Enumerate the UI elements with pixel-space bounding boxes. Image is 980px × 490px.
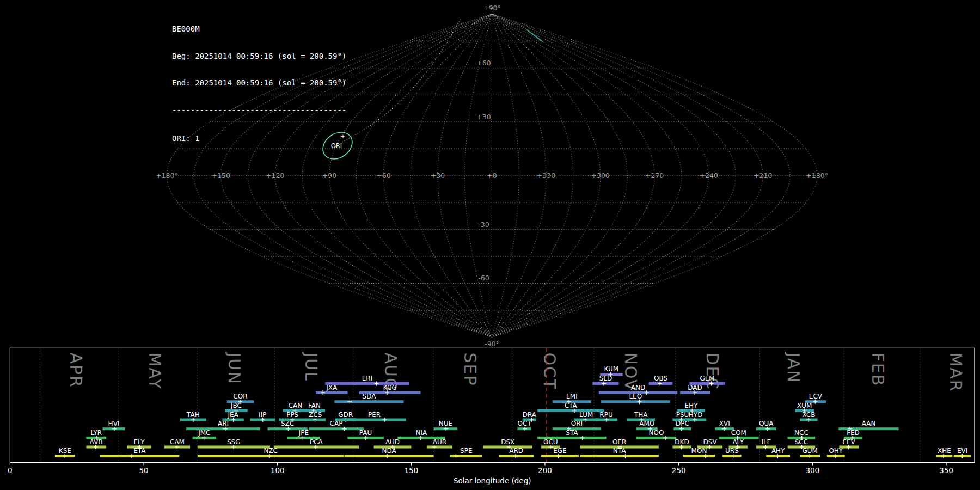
shower-code: OCT	[518, 420, 532, 427]
shower-code: ERI	[362, 375, 372, 382]
x-tick-label: 100	[271, 466, 285, 475]
lat-label: +90°	[483, 4, 501, 12]
shower-code: OHY	[829, 447, 843, 455]
lon-label: +330	[537, 171, 555, 180]
separator: --------------------------------------	[172, 106, 346, 115]
shower-code: LYR	[90, 429, 102, 437]
shower-code: ILE	[761, 438, 771, 446]
shower-code: SZC	[281, 420, 294, 427]
shower-code: JPE	[298, 429, 309, 437]
lon-label: +180°	[156, 171, 178, 180]
shower-DPC: DPC	[673, 420, 691, 431]
shower-code: URS	[725, 447, 739, 455]
shower-code: EGE	[553, 447, 566, 455]
shower-code: LMI	[566, 393, 578, 400]
shower-code: LUM	[579, 411, 593, 419]
activity-bar	[316, 391, 348, 394]
shower-code: FEV	[843, 438, 855, 446]
shower-code: CAN	[289, 402, 303, 409]
shower-code: AUD	[385, 438, 400, 446]
shower-count: ORI: 1	[172, 134, 346, 143]
lat-label: -90°	[485, 340, 499, 348]
shower-JXA: JXA	[316, 384, 348, 395]
shower-code: KUM	[604, 365, 618, 373]
lon-label: +240	[700, 171, 718, 180]
lon-label: +210	[754, 171, 772, 180]
shower-code: EHY	[685, 402, 699, 409]
end-time: End: 20251014 00:59:16 (sol = 200.59°)	[172, 78, 346, 88]
shower-MON: MON	[683, 447, 715, 458]
shower-code: OBS	[654, 375, 667, 382]
lon-label: +270	[645, 171, 664, 180]
shower-code: STA	[566, 429, 578, 437]
shower-code: AVB	[90, 438, 103, 446]
x-tick-label: 250	[672, 466, 686, 475]
shower-code: SSG	[227, 438, 241, 446]
shower-code: SCC	[795, 438, 808, 446]
shower-PCA: PCA	[274, 438, 359, 450]
shower-AUR: AUR	[427, 438, 452, 450]
month-label: JUL	[302, 351, 321, 382]
shower-code: PPS	[286, 411, 298, 419]
shower-code: ARD	[509, 447, 523, 455]
lat-label: -30	[478, 220, 489, 229]
station-id: BE000M	[172, 24, 346, 34]
activity-bar	[334, 400, 403, 403]
shower-IIP: IIP	[250, 411, 275, 422]
activity-bar	[100, 455, 180, 457]
shower-code: AMO	[639, 420, 654, 427]
shower-XHE: XHE	[936, 447, 953, 458]
shower-code: NOO	[648, 429, 664, 437]
peak-marker	[342, 427, 347, 431]
shower-URS: URS	[722, 447, 741, 458]
shower-code: ETA	[133, 447, 146, 455]
shower-code: NZC	[264, 447, 278, 455]
shower-SPE: SPE	[450, 447, 482, 458]
observation-header: BE000M Beg: 20251014 00:59:16 (sol = 200…	[172, 7, 346, 161]
lon-label: +90	[322, 171, 336, 180]
x-tick-label: 350	[939, 466, 953, 475]
shower-code: KSE	[59, 447, 71, 455]
shower-code: CAP	[330, 420, 343, 427]
shower-code: JBC	[230, 402, 242, 409]
month-label: SEP	[461, 352, 480, 386]
peak-marker	[382, 418, 387, 422]
shower-OHY: OHY	[827, 447, 845, 458]
lon-label: +300	[591, 171, 609, 180]
shower-code: RPU	[599, 411, 612, 419]
shower-code: QUA	[759, 420, 774, 427]
shower-code: DKD	[675, 438, 689, 446]
month-labels: APRMAYJUNJULAUGSEPOCTNOVDECJANFEBMAR	[66, 351, 965, 392]
shower-code: KCG	[383, 384, 397, 391]
shower-code: FAN	[308, 402, 321, 409]
lon-label: +30	[431, 171, 445, 180]
shower-code: EVI	[957, 447, 967, 455]
shower-NUE: NUE	[434, 420, 458, 431]
shower-code: ELY	[133, 438, 145, 446]
shower-SDA: SDA	[334, 393, 403, 404]
month-label: JAN	[784, 351, 803, 383]
activity-bar	[601, 400, 670, 403]
shower-code: ORI	[571, 420, 583, 427]
shower-code: IIP	[259, 411, 266, 419]
shower-AVB: AVB	[86, 438, 106, 450]
shower-code: MON	[691, 447, 707, 455]
shower-ETA: ETA	[100, 447, 180, 458]
shower-code: XVI	[719, 420, 730, 427]
shower-code: PCA	[310, 438, 323, 446]
activity-bar	[342, 419, 406, 421]
shower-code: GEM	[700, 375, 714, 382]
plot-canvas: +90°+60+30-30-60-90°+180°+150+120+90+60+…	[0, 0, 980, 490]
shower-LEO: LEO	[601, 393, 670, 404]
peak-marker	[580, 436, 585, 440]
shower-code: AAN	[862, 420, 876, 427]
month-label: FEB	[868, 352, 887, 387]
lon-label: +150	[212, 171, 230, 180]
shower-SSG: SSG	[198, 438, 270, 450]
peak-marker	[347, 400, 352, 404]
x-tick-label: 300	[805, 466, 819, 475]
x-axis-title: Solar longitude (deg)	[454, 476, 531, 485]
radiant-drift-track	[527, 30, 542, 41]
shower-JMC: JMC	[193, 429, 217, 440]
month-label: MAY	[145, 352, 164, 389]
